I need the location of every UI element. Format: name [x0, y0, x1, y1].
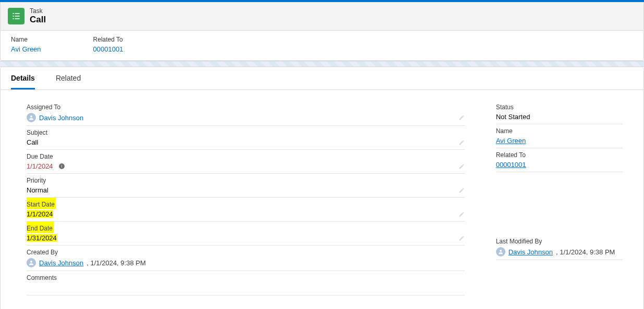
field-label: Status	[496, 100, 623, 112]
field-side-related-to: Related To 00001001	[496, 148, 623, 172]
tab-bar: Details Related	[1, 67, 643, 90]
last-modified-by-time: , 1/1/2024, 9:38 PM	[556, 248, 615, 256]
edit-icon[interactable]	[459, 187, 465, 194]
name-link[interactable]: Avi Green	[11, 45, 41, 53]
due-date-value: 1/1/2024	[27, 162, 53, 170]
highlight-field-related-to: Related To 00001001	[93, 36, 123, 53]
detail-card: Details Related Assigned To Davis Johnso…	[0, 67, 644, 309]
field-label: Last Modified By	[496, 235, 623, 246]
avatar-icon	[27, 113, 36, 122]
spacer	[496, 172, 623, 235]
record-title: Call	[30, 15, 46, 25]
avatar-icon	[27, 258, 36, 267]
subject-value: Call	[27, 138, 38, 146]
field-label: End Date	[27, 222, 54, 233]
header-titles: Task Call	[30, 7, 46, 25]
related-to-link[interactable]: 00001001	[93, 45, 123, 53]
svg-point-0	[30, 115, 32, 118]
created-by-time: , 1/1/2024, 9:38 PM	[86, 259, 145, 267]
svg-point-4	[500, 250, 502, 252]
tab-details[interactable]: Details	[11, 67, 35, 89]
info-icon[interactable]: i	[58, 163, 65, 170]
field-label: Related To	[93, 36, 123, 43]
field-due-date: Due Date 1/1/2024 i	[27, 150, 465, 174]
edit-icon[interactable]	[459, 139, 465, 146]
field-label: Created By	[27, 246, 465, 257]
details-left-column: Assigned To Davis Johnson Subject Call	[27, 100, 465, 295]
object-label: Task	[30, 7, 46, 15]
field-label: Priority	[27, 174, 465, 185]
side-name-link[interactable]: Avi Green	[496, 137, 526, 145]
highlight-panel: Name Avi Green Related To 00001001	[1, 30, 643, 60]
field-label: Start Date	[27, 198, 56, 209]
task-icon	[8, 8, 24, 24]
priority-value: Normal	[27, 186, 48, 194]
field-comments: Comments	[27, 271, 465, 295]
field-last-modified-by: Last Modified By Davis Johnson , 1/1/202…	[496, 235, 623, 260]
last-modified-by-user-link[interactable]: Davis Johnson	[509, 248, 553, 256]
edit-icon[interactable]	[459, 163, 465, 170]
details-right-column: Status Not Started Name Avi Green Relate…	[496, 100, 623, 295]
field-label: Related To	[496, 148, 623, 160]
field-end-date: End Date 1/31/2024	[27, 222, 465, 246]
field-label: Due Date	[27, 150, 465, 161]
edit-icon[interactable]	[459, 235, 465, 241]
field-label: Name	[496, 124, 623, 136]
field-assigned-to: Assigned To Davis Johnson	[27, 100, 465, 126]
assigned-to-link[interactable]: Davis Johnson	[39, 114, 83, 122]
field-subject: Subject Call	[27, 126, 465, 150]
field-label: Subject	[27, 126, 465, 137]
start-date-value: 1/1/2024	[27, 210, 53, 218]
field-priority: Priority Normal	[27, 174, 465, 198]
field-label: Comments	[27, 271, 465, 282]
edit-icon[interactable]	[459, 114, 465, 121]
avatar-icon	[496, 247, 505, 256]
created-by-user-link[interactable]: Davis Johnson	[39, 259, 83, 267]
field-label: Assigned To	[27, 100, 465, 112]
svg-point-3	[30, 261, 32, 263]
detail-body: Assigned To Davis Johnson Subject Call	[1, 90, 643, 309]
end-date-value: 1/31/2024	[27, 234, 57, 242]
field-status: Status Not Started	[496, 100, 623, 124]
background-pattern	[0, 61, 644, 67]
field-created-by: Created By Davis Johnson , 1/1/2024, 9:3…	[27, 246, 465, 271]
highlight-field-name: Name Avi Green	[11, 36, 41, 53]
field-label: Name	[11, 36, 41, 43]
record-header-card: Task Call Name Avi Green Related To 0000…	[0, 2, 644, 61]
record-header: Task Call	[1, 2, 643, 30]
field-side-name: Name Avi Green	[496, 124, 623, 148]
tab-related[interactable]: Related	[56, 67, 81, 89]
edit-icon[interactable]	[459, 211, 465, 217]
side-related-to-link[interactable]: 00001001	[496, 161, 526, 169]
status-value: Not Started	[496, 113, 530, 121]
field-start-date: Start Date 1/1/2024	[27, 198, 465, 222]
